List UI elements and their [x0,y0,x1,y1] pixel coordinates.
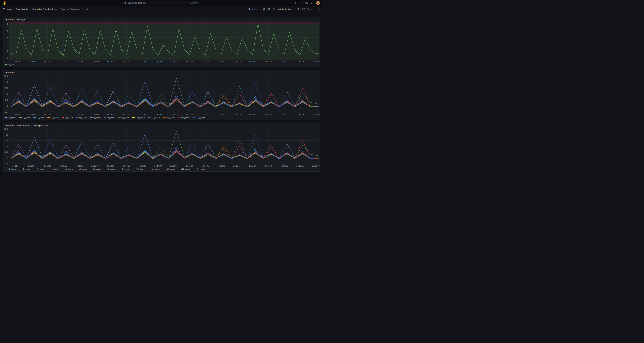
x-tick-label: 17:13:45 [138,113,146,116]
time-series-chart[interactable]: -2.502.557.51012.5 17:11:4517:12:0017:12… [4,75,320,120]
legend-item-r8_score[interactable]: r8_score [104,117,115,119]
legend-item-r8_score[interactable]: r8_score [104,168,115,170]
x-tick-label: 17:15:30 [249,113,256,116]
legend-item-r1_score[interactable]: r1_score [5,117,16,119]
legend-item-r11_score[interactable]: r11_score [148,117,160,119]
legend-item-r1_score[interactable]: r1_score [5,168,16,170]
save-dashboard-button[interactable] [262,8,265,11]
x-tick-label: 17:12:15 [44,61,51,63]
news-button[interactable] [311,2,314,4]
y-tick-label: 3 [7,30,8,32]
legend-swatch [19,117,22,118]
legend-label: r5_score [65,117,73,119]
dashboard-settings-button[interactable]: ⚙ [268,8,270,11]
search-input[interactable]: Search or jump to... ctrl+k [122,1,200,5]
legend-item-signal[interactable]: signal [5,64,14,66]
panel-header[interactable]: R-scores: downsampled (LTTB algorithm) [4,123,320,128]
legend-item-r5_score[interactable]: r5_score [62,168,73,170]
x-tick-label: 17:12:45 [76,61,83,63]
refresh-interval-picker[interactable]: 5s [307,8,312,11]
series-r1_score[interactable] [11,85,318,107]
breadcrumb-home[interactable]: Home [6,8,12,11]
breadcrumb-folder[interactable]: Stackable Data Platform [32,8,56,11]
mega-menu-toggle[interactable] [2,8,6,11]
legend-item-r14_score[interactable]: r14_score [193,168,205,170]
legend-item-r12_score[interactable]: r12_score [162,117,175,119]
share-button[interactable] [86,8,88,11]
legend-item-r5_score[interactable]: r5_score [62,117,73,119]
legend-label: r7_score [94,117,101,119]
series-r12_score[interactable] [11,146,318,159]
legend-item-r13_score[interactable]: r13_score [178,168,190,170]
y-tick-label: 0 [7,50,8,52]
breadcrumb-dashboards[interactable]: Dashboards [16,8,28,11]
plot-canvas [9,128,319,164]
legend-item-r2_score[interactable]: r2_score [19,168,30,170]
legend-item-r4_score[interactable]: r4_score [48,168,59,170]
plot-area[interactable] [9,128,319,164]
legend-item-r13_score[interactable]: r13_score [178,117,190,119]
legend-swatch [76,117,78,118]
legend-item-r11_score[interactable]: r11_score [148,168,160,170]
legend-item-r9_score[interactable]: r9_score [118,168,130,170]
refresh-button[interactable] [302,8,305,11]
legend-swatch [34,169,36,169]
legend-item-r10_score[interactable]: r10_score [132,117,144,119]
help-button[interactable] [305,2,308,4]
x-tick-label: 17:11:45 [12,113,20,116]
legend-swatch [5,64,8,65]
legend-swatch [48,169,50,169]
panel-header[interactable]: R-scores [4,70,320,75]
collapse-nav-button[interactable] [318,8,320,11]
add-panel-button[interactable]: Add [246,7,260,11]
y-axis: -2.502.557.51012.5 [4,75,9,113]
new-menu-button[interactable] [294,2,300,4]
hamburger-icon [2,8,6,11]
user-avatar-button[interactable] [316,1,320,5]
x-tick-label: 17:14:30 [186,113,194,116]
x-tick-label: 17:14:15 [170,113,178,116]
legend-item-r6_score[interactable]: r6_score [76,168,87,170]
series-r1_score[interactable] [11,138,318,159]
legend-swatch [193,169,196,169]
panel-r-scores-averaged: R-scores: averaged -101234 17:11:4517:12… [3,17,320,67]
favorite-star-button[interactable]: ☆ [81,8,84,11]
time-range-picker[interactable]: Last 5 minutes [273,8,294,11]
plot-area[interactable] [9,22,319,60]
legend-label: r8_score [108,168,115,170]
legend-item-r9_score[interactable]: r9_score [118,117,130,119]
legend-item-r10_score[interactable]: r10_score [132,168,144,170]
legend-item-r4_score[interactable]: r4_score [48,117,59,119]
legend-item-r3_score[interactable]: r3_score [34,117,45,119]
legend-label: r4_score [51,168,59,170]
legend-item-r7_score[interactable]: r7_score [90,117,101,119]
grafana-logo[interactable] [2,1,6,5]
panel-header[interactable]: R-scores: averaged [4,17,320,22]
legend-item-r12_score[interactable]: r12_score [162,168,175,170]
x-tick-label: 17:13:15 [107,165,114,167]
legend-label: r1_score [8,168,16,170]
legend-label: r14_score [196,168,205,170]
x-tick-label: 17:14:30 [186,61,194,63]
legend-item-r2_score[interactable]: r2_score [19,117,30,119]
legend-swatch [178,169,180,169]
top-nav-bar: Search or jump to... ctrl+k [0,0,322,6]
x-tick-label: 17:13:00 [91,165,98,167]
legend-swatch [193,117,196,118]
x-tick-label: 17:15:30 [249,61,256,63]
time-series-chart[interactable]: -2.502.557.51012.5 17:11:4517:12:0017:12… [4,128,320,171]
time-series-chart[interactable]: -101234 17:11:4517:12:0017:12:1517:12:30… [4,22,320,67]
legend-swatch [104,117,106,118]
plot-area[interactable] [9,75,319,113]
legend-item-r3_score[interactable]: r3_score [34,168,45,170]
legend-item-r7_score[interactable]: r7_score [90,168,101,170]
legend-item-r14_score[interactable]: r14_score [193,117,205,119]
legend-item-r6_score[interactable]: r6_score [76,117,87,119]
x-tick-label: 17:12:15 [44,165,51,167]
legend: signal [4,63,320,67]
y-tick-label: 4 [7,23,8,25]
x-tick-label: 17:13:00 [91,113,98,116]
threshold-region-ok [9,24,319,60]
x-tick-label: 17:16:30 [312,165,320,167]
zoom-out-button[interactable] [296,8,300,11]
